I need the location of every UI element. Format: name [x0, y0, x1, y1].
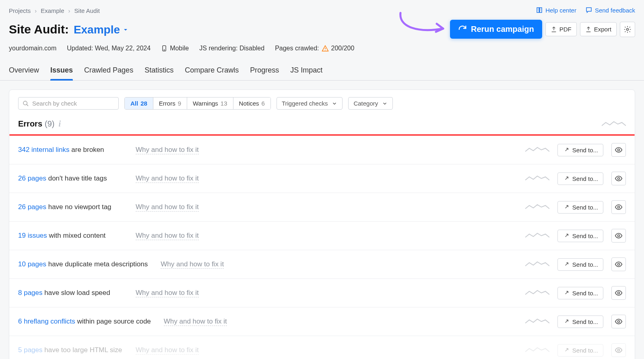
- share-icon: [563, 290, 569, 296]
- tab-js-impact[interactable]: JS Impact: [290, 63, 322, 80]
- settings-button[interactable]: [620, 22, 635, 37]
- issue-link[interactable]: 26 pages: [18, 203, 46, 211]
- tab-crawled-pages[interactable]: Crawled Pages: [84, 63, 133, 80]
- issue-row: 26 pages don't have title tagsWhy and ho…: [9, 164, 635, 193]
- rerun-campaign-button[interactable]: Rerun campaign: [450, 20, 542, 39]
- send-to-button[interactable]: Send to...: [557, 172, 603, 185]
- issue-text: 8 pages have slow load speed: [18, 289, 123, 297]
- svg-point-10: [618, 321, 620, 323]
- send-to-button[interactable]: Send to...: [557, 344, 603, 357]
- triggered-checks-dropdown[interactable]: Triggered checks: [277, 97, 343, 110]
- hide-button[interactable]: [611, 257, 626, 271]
- pdf-button[interactable]: PDF: [545, 22, 577, 36]
- eye-icon: [615, 260, 623, 268]
- sparkline-icon: [525, 260, 549, 268]
- book-icon: [536, 6, 543, 14]
- svg-point-7: [618, 235, 620, 237]
- sparkline-icon: [525, 346, 549, 354]
- issue-text: 19 issues with mixed content: [18, 232, 123, 240]
- hide-button[interactable]: [611, 172, 626, 185]
- breadcrumb-item-example[interactable]: Example: [41, 7, 64, 14]
- send-to-button[interactable]: Send to...: [557, 201, 603, 214]
- sparkline-icon: [525, 289, 549, 297]
- segment-notices[interactable]: Notices 6: [233, 98, 270, 109]
- help-center-label: Help center: [545, 7, 576, 14]
- meta-row: yourdomain.com Updated: Wed, May 22, 202…: [9, 44, 635, 52]
- eye-icon: [615, 146, 623, 154]
- category-dropdown[interactable]: Category: [348, 97, 393, 110]
- project-selector[interactable]: Example: [74, 23, 129, 36]
- export-label: Export: [594, 26, 611, 33]
- tab-progress[interactable]: Progress: [250, 63, 279, 80]
- eye-icon: [615, 317, 623, 326]
- send-to-button[interactable]: Send to...: [557, 230, 603, 242]
- tabs: Overview Issues Crawled Pages Statistics…: [0, 63, 644, 81]
- issue-link[interactable]: 342 internal links: [18, 146, 70, 154]
- help-center-link[interactable]: Help center: [536, 6, 576, 14]
- send-feedback-link[interactable]: Send feedback: [585, 6, 635, 14]
- issue-link[interactable]: 10 pages: [18, 260, 46, 268]
- segment-warnings[interactable]: Warnings 13: [187, 98, 233, 109]
- project-name: Example: [74, 23, 120, 36]
- export-button[interactable]: Export: [580, 22, 617, 36]
- why-link[interactable]: Why and how to fix it: [136, 203, 199, 212]
- tab-compare-crawls[interactable]: Compare Crawls: [185, 63, 239, 80]
- issue-row: 10 pages have duplicate meta description…: [9, 250, 635, 279]
- hide-button[interactable]: [611, 200, 626, 214]
- share-icon: [563, 318, 569, 325]
- issue-link[interactable]: 8 pages: [18, 289, 43, 297]
- eye-icon: [615, 203, 623, 211]
- issue-rest: have too large HTML size: [43, 346, 122, 354]
- svg-point-8: [618, 264, 620, 266]
- hide-button[interactable]: [611, 143, 626, 157]
- segment-errors[interactable]: Errors 9: [153, 98, 187, 109]
- issue-rest: are broken: [70, 146, 104, 154]
- breadcrumb-item-projects[interactable]: Projects: [9, 7, 31, 14]
- send-to-button[interactable]: Send to...: [557, 144, 603, 156]
- why-link[interactable]: Why and how to fix it: [136, 289, 199, 297]
- search-input[interactable]: [32, 100, 114, 107]
- send-to-button[interactable]: Send to...: [557, 315, 603, 328]
- chevron-right-icon: ›: [68, 7, 70, 14]
- issue-text: 26 pages don't have title tags: [18, 174, 123, 183]
- meta-js: JS rendering: Disabled: [199, 45, 264, 52]
- issue-link[interactable]: 5 pages: [18, 346, 43, 354]
- issue-rest: have duplicate meta descriptions: [46, 260, 148, 268]
- tab-issues[interactable]: Issues: [50, 63, 73, 80]
- why-link[interactable]: Why and how to fix it: [164, 317, 227, 326]
- issue-text: 342 internal links are broken: [18, 146, 123, 154]
- rerun-campaign-label: Rerun campaign: [471, 25, 534, 34]
- why-link[interactable]: Why and how to fix it: [161, 260, 224, 269]
- why-link[interactable]: Why and how to fix it: [136, 346, 199, 355]
- issue-text: 6 hreflang conflicts within page source …: [18, 317, 151, 326]
- issues-panel: All 28 Errors 9 Warnings 13 Notices 6 Tr…: [9, 89, 635, 359]
- tab-overview[interactable]: Overview: [9, 63, 39, 80]
- svg-point-11: [618, 349, 620, 351]
- upload-icon: [585, 26, 592, 33]
- breadcrumb-item-site-audit[interactable]: Site Audit: [74, 7, 100, 14]
- search-input-wrap[interactable]: [18, 97, 119, 110]
- hide-button[interactable]: [611, 315, 626, 328]
- hide-button[interactable]: [611, 229, 626, 243]
- issue-link[interactable]: 26 pages: [18, 174, 46, 182]
- section-title-errors: Errors (9) i: [18, 119, 61, 129]
- issue-link[interactable]: 19 issues: [18, 232, 47, 239]
- why-link[interactable]: Why and how to fix it: [136, 232, 199, 240]
- meta-domain: yourdomain.com: [9, 45, 56, 52]
- why-link[interactable]: Why and how to fix it: [136, 174, 199, 183]
- info-icon[interactable]: i: [58, 119, 61, 129]
- tab-statistics[interactable]: Statistics: [144, 63, 173, 80]
- hide-button[interactable]: [611, 343, 626, 357]
- eye-icon: [615, 289, 623, 297]
- pdf-label: PDF: [559, 26, 572, 33]
- issue-rest: have no viewport tag: [46, 203, 111, 211]
- issue-link[interactable]: 6 hreflang conflicts: [18, 317, 75, 325]
- send-to-button[interactable]: Send to...: [557, 287, 603, 299]
- why-link[interactable]: Why and how to fix it: [136, 146, 199, 154]
- hide-button[interactable]: [611, 286, 626, 300]
- share-icon: [563, 204, 569, 210]
- issue-row: 5 pages have too large HTML sizeWhy and …: [9, 336, 635, 359]
- segment-all[interactable]: All 28: [125, 98, 153, 109]
- sparkline-icon: [525, 203, 549, 211]
- send-to-button[interactable]: Send to...: [557, 258, 603, 271]
